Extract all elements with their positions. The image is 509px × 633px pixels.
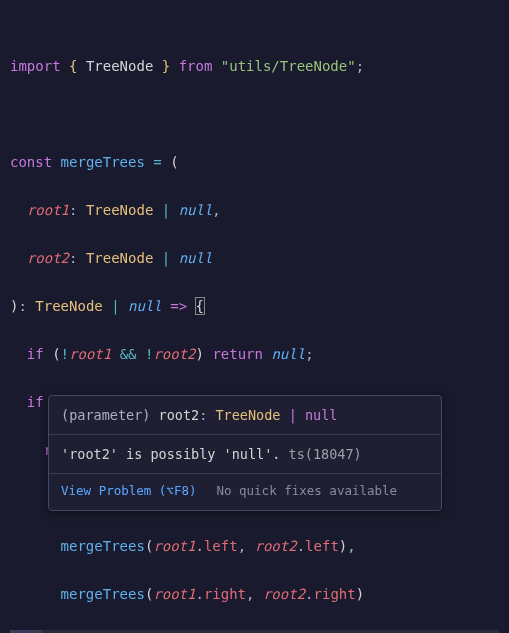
hover-error-text: 'root2' is possibly 'null'. [61, 446, 280, 462]
identifier: root2 [255, 538, 297, 554]
identifier: root2 [153, 346, 195, 362]
not-op: ! [61, 346, 69, 362]
type-name: TreeNode [86, 250, 153, 266]
dot: . [195, 538, 203, 554]
semicolon: ; [356, 58, 364, 74]
hover-param-hint: (parameter) [61, 407, 150, 423]
hover-error-code: ts(18047) [289, 446, 362, 462]
code-line-blank[interactable] [10, 102, 499, 126]
property: left [305, 538, 339, 554]
function-call: mergeTrees [61, 538, 145, 554]
equals: = [153, 154, 161, 170]
no-quick-fixes-label: No quick fixes available [216, 480, 397, 502]
identifier: root1 [69, 346, 111, 362]
comma: , [238, 538, 246, 554]
dot: . [297, 538, 305, 554]
view-problem-link[interactable]: View Problem (⌥F8) [61, 480, 196, 502]
code-line[interactable]: mergeTrees(root1.left, root2.left), [10, 534, 499, 558]
and-op: && [120, 346, 137, 362]
colon: : [199, 407, 207, 423]
type-name: TreeNode [86, 202, 153, 218]
keyword-null: null [271, 346, 305, 362]
paren-open: ( [170, 154, 178, 170]
code-line[interactable]: mergeTrees(root1.right, root2.right) [10, 582, 499, 606]
keyword-null: null [179, 202, 213, 218]
return-type: TreeNode [35, 298, 102, 314]
hover-type: TreeNode [215, 407, 280, 423]
comma: , [347, 538, 355, 554]
comma: , [212, 202, 220, 218]
brace-close: } [162, 58, 170, 74]
keyword-import: import [10, 58, 61, 74]
dot: . [305, 586, 313, 602]
brace-open: { [69, 58, 77, 74]
function-name: mergeTrees [61, 154, 145, 170]
paren-close: ) [356, 586, 364, 602]
hover-actions: View Problem (⌥F8) No quick fixes availa… [49, 473, 441, 510]
semicolon: ; [305, 346, 313, 362]
dot: . [195, 586, 203, 602]
keyword-if: if [27, 346, 44, 362]
code-line[interactable]: const mergeTrees = ( [10, 150, 499, 174]
code-line[interactable]: import { TreeNode } from "utils/TreeNode… [10, 54, 499, 78]
function-call: mergeTrees [61, 586, 145, 602]
identifier: root1 [153, 538, 195, 554]
arrow: => [170, 298, 187, 314]
colon: : [69, 250, 77, 266]
hover-signature: (parameter) root2: TreeNode | null [49, 396, 441, 434]
keyword-const: const [10, 154, 52, 170]
property: right [314, 586, 356, 602]
comma: , [246, 586, 254, 602]
import-path: "utils/TreeNode" [221, 58, 356, 74]
keyword-null: null [179, 250, 213, 266]
code-line[interactable]: root2: TreeNode | null [10, 246, 499, 270]
hover-param-name: root2 [159, 407, 200, 423]
property: right [204, 586, 246, 602]
colon: : [18, 298, 26, 314]
code-editor[interactable]: import { TreeNode } from "utils/TreeNode… [0, 0, 509, 633]
property: left [204, 538, 238, 554]
code-line[interactable]: if (!root1 && !root2) return null; [10, 342, 499, 366]
keyword-from: from [179, 58, 213, 74]
keyword-return: return [212, 346, 263, 362]
pipe: | [162, 250, 170, 266]
hover-tooltip[interactable]: (parameter) root2: TreeNode | null 'root… [48, 395, 442, 511]
paren-open: ( [52, 346, 60, 362]
identifier: root2 [263, 586, 305, 602]
code-line[interactable]: ): TreeNode | null => { [10, 294, 499, 318]
paren-close: ) [339, 538, 347, 554]
keyword-if: if [27, 394, 44, 410]
pipe: | [111, 298, 119, 314]
brace-open: { [195, 297, 205, 315]
paren-close: ) [196, 346, 204, 362]
code-line[interactable]: root1: TreeNode | null, [10, 198, 499, 222]
hover-null: null [305, 407, 338, 423]
keyword-null: null [128, 298, 162, 314]
import-symbol: TreeNode [86, 58, 153, 74]
pipe: | [162, 202, 170, 218]
identifier: root1 [153, 586, 195, 602]
pipe: | [289, 407, 297, 423]
hover-message: 'root2' is possibly 'null'. ts(18047) [49, 434, 441, 473]
param-name: root2 [27, 250, 69, 266]
param-name: root1 [27, 202, 69, 218]
colon: : [69, 202, 77, 218]
